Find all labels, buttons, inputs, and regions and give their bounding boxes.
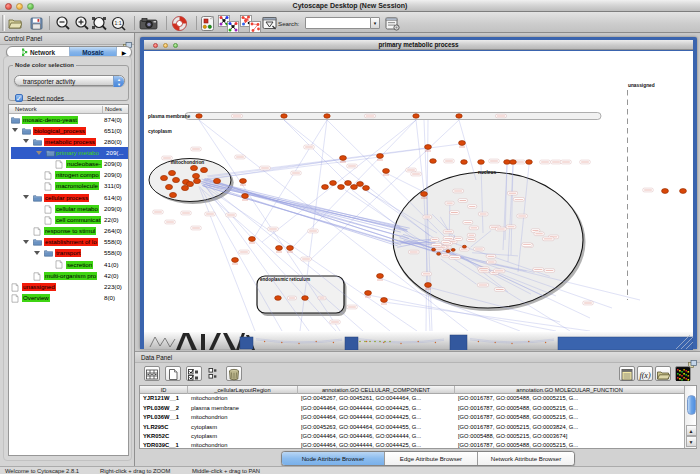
network-node[interactable] — [662, 189, 669, 194]
search-dropdown-button[interactable]: ▾ — [370, 17, 380, 29]
tree-row-cell-communicat[interactable]: cell communicat22(0) — [9, 214, 128, 225]
network-node[interactable] — [170, 192, 177, 197]
network-node[interactable] — [191, 165, 198, 170]
float-panel-icon[interactable] — [123, 36, 131, 43]
scroll-up-icon[interactable]: ▲ — [686, 425, 697, 436]
network-node[interactable] — [459, 141, 466, 146]
tab-node-attribute-browser[interactable]: Node Attribute Browser — [282, 452, 385, 465]
search-options-icon[interactable] — [385, 15, 400, 32]
network-node[interactable] — [363, 186, 370, 191]
zoom-button-icon[interactable] — [27, 3, 34, 10]
network-node[interactable] — [377, 154, 384, 159]
network-node[interactable] — [425, 145, 432, 150]
tab-edge-attribute-browser[interactable]: Edge Attribute Browser — [385, 452, 478, 465]
network-node[interactable] — [161, 175, 168, 180]
network-node[interactable] — [504, 160, 511, 165]
table-col-header[interactable]: annotation.GO MOLECULAR_FUNCTION — [455, 386, 685, 394]
plasma-membrane-region[interactable] — [185, 113, 601, 120]
camera-snapshot-icon[interactable] — [139, 15, 158, 32]
network-node[interactable] — [276, 246, 283, 251]
tree-row-metabolic-process[interactable]: metabolic process280(0) — [9, 136, 128, 147]
network-node[interactable] — [302, 296, 309, 301]
tree-row-cellular-process[interactable]: cellular process614(0) — [9, 192, 128, 203]
tree-row-overview[interactable]: Overview8(0) — [9, 292, 128, 303]
network-node[interactable] — [187, 181, 194, 186]
network-node[interactable] — [340, 156, 347, 161]
lifering-help-icon[interactable] — [171, 15, 188, 32]
table-col-header[interactable]: _cellularLayoutRegion — [188, 386, 298, 394]
expand-triangle-icon[interactable] — [23, 139, 29, 143]
tree-row-transport[interactable]: transport558(0) — [9, 248, 128, 259]
scrollbar-thumb[interactable] — [687, 395, 696, 415]
network-node[interactable] — [281, 114, 287, 118]
tree-row-mosaic-demo-yeast[interactable]: mosaic-demo-yeast874(0) — [9, 114, 128, 125]
table-row-YJR121W__1[interactable]: YJR121W__1mitochondrion[GO:0045267, GO:0… — [140, 394, 684, 403]
zoom-fit-icon[interactable]: 1:1 — [110, 15, 127, 32]
import-attributes-icon[interactable] — [655, 366, 671, 381]
endoplasmic-reticulum-region[interactable] — [257, 276, 344, 313]
new-attribute-icon[interactable] — [165, 366, 181, 381]
unselect-attributes-icon[interactable] — [207, 366, 219, 381]
network-node[interactable] — [478, 160, 485, 165]
expand-triangle-icon[interactable] — [34, 251, 40, 255]
network-node[interactable] — [275, 296, 282, 301]
attribute-list-icon[interactable] — [619, 366, 635, 381]
network-node[interactable] — [425, 283, 432, 288]
zoom-selected-icon[interactable] — [91, 15, 108, 32]
network-node[interactable] — [194, 178, 201, 183]
network-node[interactable] — [461, 160, 468, 165]
expand-triangle-icon[interactable] — [23, 195, 29, 199]
minimize-button-icon[interactable] — [16, 3, 23, 10]
network-node[interactable] — [383, 169, 390, 174]
network-views-2-icon[interactable] — [240, 15, 261, 32]
network-node[interactable] — [193, 173, 200, 178]
tree-row-unassigned[interactable]: unassigned223(0) — [9, 281, 128, 292]
table-row-YPL036W__2[interactable]: YPL036W__2plasma membrane[GO:0044464, GO… — [140, 404, 684, 413]
scroll-down-icon[interactable]: ▼ — [686, 436, 697, 447]
tree-row-nucleobase-[interactable]: nucleobase-209(0) — [9, 159, 128, 170]
network-node[interactable] — [214, 178, 221, 183]
function-builder-icon[interactable]: f(x) — [637, 366, 653, 381]
delete-attribute-icon[interactable] — [226, 366, 242, 381]
table-row-YLR295C[interactable]: YLR295Ccytoplasm[GO:0045263, GO:0044464,… — [140, 423, 684, 432]
network-node[interactable] — [249, 237, 256, 242]
table-row-YDR039C__1[interactable]: YDR039C__1mitochondrion[GO:0044464, GO:0… — [140, 441, 684, 449]
combo-stepper-icon[interactable]: ▲▼ — [113, 76, 124, 87]
tree-row-establishment-of-lo[interactable]: establishment of lo558(0) — [9, 237, 128, 248]
select-nodes-checkbox[interactable]: ✓ — [15, 94, 23, 102]
table-col-header[interactable]: annotation.GO CELLULAR_COMPONENT — [298, 386, 455, 394]
tree-row-primary-metabo[interactable]: primary metabo209(... — [11, 147, 128, 158]
table-row-YPL036W__1[interactable]: YPL036W__1mitochondrion[GO:0044464, GO:0… — [140, 413, 684, 422]
attribute-grid-icon[interactable] — [144, 366, 160, 381]
expand-triangle-icon[interactable] — [36, 151, 42, 155]
close-button-icon[interactable] — [5, 3, 12, 10]
manage-views-icon[interactable] — [262, 15, 278, 32]
network-node[interactable] — [240, 179, 247, 184]
network-node[interactable] — [430, 159, 437, 164]
zoom-out-icon[interactable] — [55, 15, 71, 32]
tree-row-multi-organism-pro[interactable]: multi-organism pro42(0) — [9, 270, 128, 281]
network-node[interactable] — [451, 249, 455, 252]
network-view-window[interactable]: primary metabolic process plasma membran… — [140, 37, 697, 349]
network-node[interactable] — [462, 245, 466, 248]
network-node[interactable] — [196, 114, 202, 118]
tree-row-nitrogen-compo[interactable]: nitrogen compo209(0) — [9, 170, 128, 181]
save-session-icon[interactable] — [30, 15, 43, 32]
network-node[interactable] — [365, 291, 372, 296]
frame-close-icon[interactable] — [153, 43, 158, 48]
network-node[interactable] — [413, 114, 419, 118]
network-node[interactable] — [351, 185, 358, 190]
expand-triangle-icon[interactable] — [12, 128, 18, 132]
network-node[interactable] — [201, 167, 208, 172]
tree-row-response-to-stimul[interactable]: response to stimul264(0) — [9, 226, 128, 237]
network-node[interactable] — [242, 194, 249, 199]
color-attribute-select[interactable]: transporter activity ▲▼ — [14, 75, 125, 86]
network-node[interactable] — [526, 160, 533, 165]
matrix-view-icon[interactable] — [675, 366, 691, 381]
annotation-icon[interactable] — [200, 15, 215, 32]
network-node[interactable] — [456, 114, 462, 118]
network-node[interactable] — [322, 185, 329, 190]
open-session-icon[interactable] — [8, 15, 22, 32]
network-node[interactable] — [357, 182, 364, 187]
tree-row-cellular-metabo[interactable]: cellular metabo209(0) — [9, 203, 128, 214]
